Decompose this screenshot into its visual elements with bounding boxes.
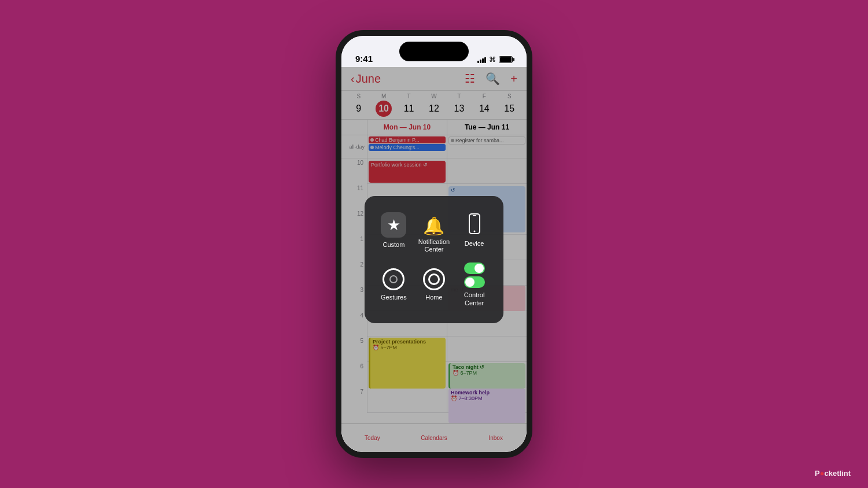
popup-control-center[interactable]: ControlCenter bbox=[454, 256, 494, 313]
gesture-circle-icon bbox=[382, 268, 404, 290]
signal-icon bbox=[477, 56, 486, 63]
notification-label: NotificationCenter bbox=[418, 238, 450, 253]
popup-device[interactable]: Device bbox=[454, 205, 494, 256]
battery-icon bbox=[499, 56, 513, 63]
svg-rect-1 bbox=[473, 215, 476, 216]
custom-label: Custom bbox=[382, 241, 404, 249]
popup-overlay[interactable]: ★ Custom 🔔 NotificationCenter bbox=[341, 67, 527, 452]
popup-notification-center[interactable]: 🔔 NotificationCenter bbox=[414, 205, 454, 256]
bell-icon: 🔔 bbox=[423, 216, 444, 236]
calendar-app: ‹ June ☷ 🔍 + S 9 M 10 T 11 bbox=[341, 67, 527, 452]
status-icons: ⌘ bbox=[477, 56, 513, 64]
popup-gestures[interactable]: Gestures bbox=[374, 256, 414, 313]
wifi-icon: ⌘ bbox=[489, 56, 496, 64]
status-time: 9:41 bbox=[355, 54, 373, 64]
gestures-label: Gestures bbox=[381, 294, 407, 301]
popup-menu: ★ Custom 🔔 NotificationCenter bbox=[365, 196, 503, 323]
control-center-label: ControlCenter bbox=[464, 291, 484, 306]
home-label: Home bbox=[425, 294, 442, 301]
popup-custom[interactable]: ★ Custom bbox=[374, 205, 414, 256]
phone-outline-icon bbox=[468, 213, 481, 236]
home-circle-icon bbox=[423, 268, 445, 290]
device-label: Device bbox=[465, 240, 484, 247]
popup-home[interactable]: Home bbox=[414, 256, 454, 313]
dynamic-island bbox=[399, 42, 469, 61]
phone-frame: 9:41 ⌘ ‹ June ☷ 🔍 + bbox=[336, 30, 532, 458]
svg-point-2 bbox=[473, 231, 475, 232]
star-icon: ★ bbox=[381, 212, 406, 238]
toggle-icon bbox=[464, 263, 485, 288]
watermark: P●cketlint bbox=[815, 469, 851, 478]
